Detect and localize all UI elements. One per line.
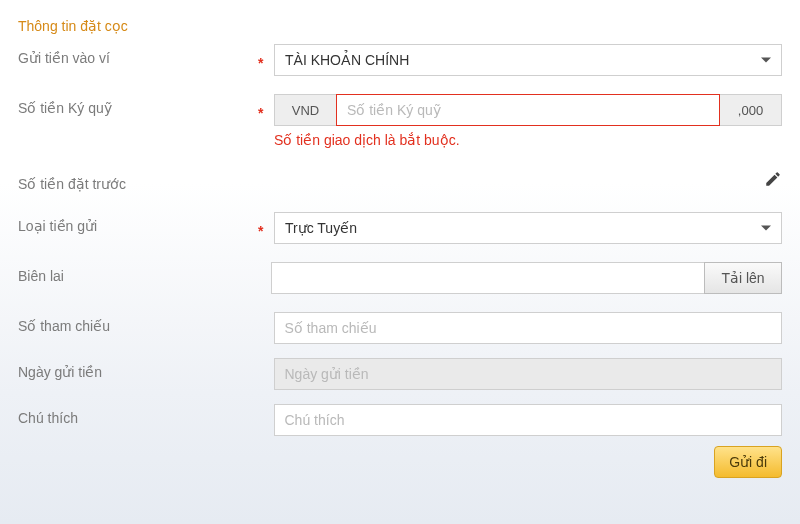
label-prepaid: Số tiền đặt trước: [18, 170, 258, 192]
section-title: Thông tin đặt cọc: [18, 18, 782, 34]
upload-button[interactable]: Tải lên: [704, 262, 782, 294]
label-date: Ngày gửi tiền: [18, 358, 258, 380]
thousands-suffix: ,000: [720, 94, 782, 126]
row-amount: Số tiền Ký quỹ * VND ,000 Số tiền giao d…: [18, 94, 782, 148]
row-reference: Số tham chiếu: [18, 312, 782, 344]
deposit-type-select[interactable]: Trực Tuyến: [274, 212, 782, 244]
row-prepaid: Số tiền đặt trước: [18, 170, 782, 192]
row-note: Chú thích: [18, 404, 782, 436]
row-date: Ngày gửi tiền: [18, 358, 782, 390]
label-reference: Số tham chiếu: [18, 312, 258, 334]
deposit-type-value: Trực Tuyến: [285, 220, 357, 236]
pencil-icon[interactable]: [764, 170, 782, 188]
wallet-select-value: TÀI KHOẢN CHÍNH: [285, 52, 409, 68]
currency-prefix: VND: [274, 94, 336, 126]
amount-error: Số tiền giao dịch là bắt buộc.: [274, 132, 782, 148]
reference-input[interactable]: [274, 312, 783, 344]
submit-row: Gửi đi: [18, 446, 782, 478]
row-wallet: Gửi tiền vào ví * TÀI KHOẢN CHÍNH: [18, 44, 782, 76]
date-input: [274, 358, 783, 390]
label-amount: Số tiền Ký quỹ: [18, 94, 258, 116]
label-receipt: Biên lai: [18, 262, 258, 284]
chevron-down-icon: [761, 226, 771, 231]
required-mark: *: [258, 55, 272, 71]
label-wallet: Gửi tiền vào ví: [18, 44, 258, 66]
wallet-select[interactable]: TÀI KHOẢN CHÍNH: [274, 44, 782, 76]
label-note: Chú thích: [18, 404, 258, 426]
label-deposit-type: Loại tiền gửi: [18, 212, 258, 234]
row-deposit-type: Loại tiền gửi * Trực Tuyến: [18, 212, 782, 244]
chevron-down-icon: [761, 58, 771, 63]
required-mark: *: [258, 105, 272, 121]
note-input[interactable]: [274, 404, 783, 436]
amount-input[interactable]: [336, 94, 720, 126]
row-receipt: Biên lai Tải lên: [18, 262, 782, 294]
submit-button[interactable]: Gửi đi: [714, 446, 782, 478]
receipt-input[interactable]: [271, 262, 704, 294]
required-mark: *: [258, 223, 272, 239]
